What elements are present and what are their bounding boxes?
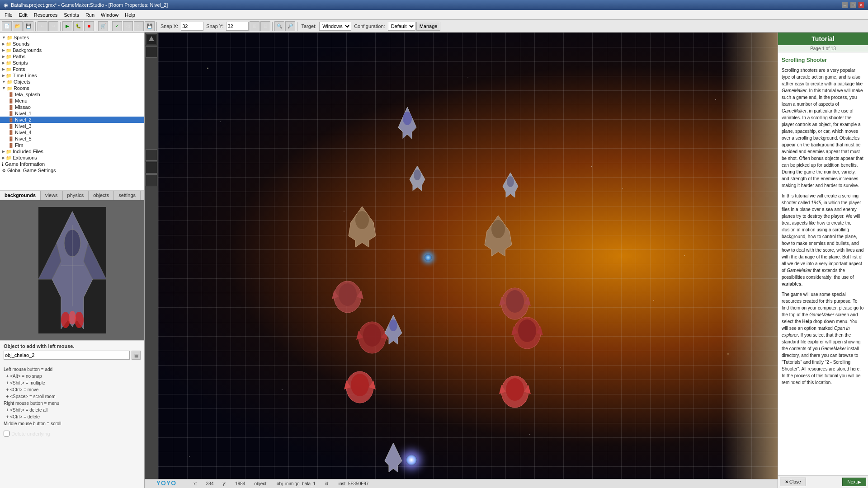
paths-arrow: ▶	[2, 54, 5, 59]
toolbar-save[interactable]: 💾	[24, 21, 33, 31]
toolbar-new[interactable]: 📄	[2, 21, 12, 31]
toolbar-zoom-in[interactable]: 🔍	[274, 21, 284, 31]
nivel5-label: Nivel_5	[15, 136, 32, 141]
tutorial-para-1: Scrolling shooters are a very popular ty…	[782, 67, 864, 189]
menu-file[interactable]: File	[2, 11, 15, 19]
menu-run[interactable]: Run	[83, 11, 97, 19]
toolbar-open[interactable]: 📂	[13, 21, 23, 31]
tree-global-settings[interactable]: ⚙ Global Game Settings	[0, 167, 144, 174]
tree-objects[interactable]: ▼ 📁 Objects	[0, 79, 144, 85]
tree-room-nivel3[interactable]: 🚪 Nivel_3	[0, 123, 144, 129]
instr-right: Right mouse button = menu	[4, 400, 141, 407]
thumb-4[interactable]	[146, 162, 157, 174]
toolbar-run[interactable]: ▶	[62, 21, 72, 31]
player-ship-svg-2	[381, 313, 406, 347]
thumb-3[interactable]	[146, 149, 157, 161]
tree-extensions[interactable]: ▶ 📁 Extensions	[0, 155, 144, 161]
tree-game-information[interactable]: ℹ Game Information	[0, 161, 144, 167]
tutorial-title: Tutorial	[811, 35, 834, 42]
center-area: YOYO x: 384 y: 1984 object: obj_inimigo_…	[145, 33, 778, 488]
maximize-button[interactable]: □	[850, 2, 856, 8]
titlebar-controls: ─ □ ✕	[842, 2, 864, 8]
tree-room-nivel4[interactable]: 🚪 Nivel_4	[0, 129, 144, 136]
toolbar-grid1[interactable]: ⊞	[250, 21, 259, 31]
toolbar-room-save[interactable]: 💾	[145, 21, 155, 31]
thumb-5[interactable]	[146, 174, 157, 186]
thumb-2[interactable]	[146, 46, 157, 58]
thumb-1[interactable]	[146, 33, 157, 45]
tree-sounds[interactable]: ▶ 📁 Sounds	[0, 41, 144, 47]
tree-room-menu[interactable]: 🚪 Menu	[0, 98, 144, 104]
menu-help[interactable]: Help	[122, 11, 138, 19]
enemy-svg-1	[344, 204, 380, 249]
tab-settings[interactable]: settings	[114, 191, 141, 200]
tela-splash-icon: 🚪	[8, 92, 14, 97]
tree-sprites[interactable]: ▼ 📁 Sprites	[0, 34, 144, 41]
status-id-value: inst_5F350F97	[339, 481, 369, 486]
menu-window[interactable]: Window	[98, 11, 121, 19]
tree-included-files[interactable]: ▶ 📁 Included Files	[0, 148, 144, 155]
manage-button[interactable]: Manage	[416, 22, 441, 31]
tab-backgrounds[interactable]: backgrounds	[0, 191, 41, 200]
tab-physics[interactable]: physics	[63, 191, 89, 200]
toolbar-room-fwd[interactable]: ▷	[134, 21, 144, 31]
target-dropdown[interactable]: Windows	[319, 22, 351, 31]
delete-underlying-checkbox[interactable]	[4, 431, 9, 436]
enemy-crab-1	[332, 277, 363, 317]
svg-point-16	[491, 220, 505, 238]
tree-rooms[interactable]: ▼ 📁 Rooms	[0, 85, 144, 91]
next-button[interactable]: Next ▶	[842, 478, 866, 486]
snap-x-input[interactable]	[181, 22, 203, 31]
center-content	[145, 33, 778, 479]
toolbar-grid2[interactable]: ⊟	[260, 21, 270, 31]
svg-point-14	[355, 211, 369, 229]
svg-point-45	[414, 169, 421, 180]
room-canvas-area[interactable]	[158, 33, 778, 479]
toolbar-marketplace[interactable]: 🛒	[98, 21, 108, 31]
status-x-value: 384	[206, 481, 214, 486]
toolbar-undo[interactable]: ↩	[38, 21, 47, 31]
tree-room-tela-splash[interactable]: 🚪 tela_splash	[0, 91, 144, 98]
left-panel: ▼ 📁 Sprites ▶ 📁 Sounds ▶ 📁 Backgrounds ▶…	[0, 33, 145, 488]
tab-tiles[interactable]: tiles	[141, 191, 144, 200]
toolbar-debug[interactable]: 🐛	[73, 21, 83, 31]
tree-room-nivel5[interactable]: 🚪 Nivel_5	[0, 136, 144, 142]
tree-room-missao[interactable]: 🚪 Missao	[0, 104, 144, 110]
snap-y-input[interactable]	[226, 22, 249, 31]
menu-resources[interactable]: Resources	[31, 11, 61, 19]
main-area: ▼ 📁 Sprites ▶ 📁 Sounds ▶ 📁 Backgrounds ▶…	[0, 33, 868, 488]
delete-underlying-label: Delete underlying	[11, 431, 50, 436]
toolbar-zoom-out[interactable]: 🔎	[285, 21, 295, 31]
object-input-row: ▤	[4, 351, 141, 360]
tree-paths[interactable]: ▶ 📁 Paths	[0, 53, 144, 60]
tree-timelines[interactable]: ▶ 📁 Time Lines	[0, 72, 144, 79]
thumbnail-strip	[145, 33, 158, 479]
menu-scripts[interactable]: Scripts	[61, 11, 82, 19]
tree-scripts[interactable]: ▶ 📁 Scripts	[0, 60, 144, 66]
close-button[interactable]: ✕ Close	[780, 478, 806, 486]
tutorial-footer: ✕ Close Next ▶	[778, 475, 868, 488]
tree-fonts[interactable]: ▶ 📁 Fonts	[0, 66, 144, 72]
player-ship	[394, 105, 421, 141]
minimize-button[interactable]: ─	[842, 2, 848, 8]
toolbar-stop[interactable]: ■	[84, 21, 94, 31]
object-name-input[interactable]	[4, 351, 130, 360]
tab-views[interactable]: views	[41, 191, 63, 200]
nivel4-label: Nivel_4	[15, 130, 32, 135]
tab-objects[interactable]: objects	[89, 191, 114, 200]
object-select-button[interactable]: ▤	[132, 351, 141, 360]
toolbar-room-back[interactable]: ◁	[123, 21, 133, 31]
game-info-label: Game Information	[5, 161, 45, 167]
tree-room-nivel1[interactable]: 🚪 Nivel_1	[0, 110, 144, 117]
enemy-crab-6	[499, 371, 531, 412]
tree-room-fim[interactable]: 🚪 Fim	[0, 142, 144, 148]
toolbar-redo[interactable]: ↪	[48, 21, 58, 31]
close-button[interactable]: ✕	[858, 2, 864, 8]
config-dropdown[interactable]: Default	[388, 22, 415, 31]
tree-room-nivel2[interactable]: 🚪 Nivel_2	[0, 117, 144, 123]
sep7	[297, 22, 297, 31]
toolbar-room-ok[interactable]: ✓	[112, 21, 122, 31]
tutorial-header: Tutorial	[778, 33, 868, 45]
tree-backgrounds[interactable]: ▶ 📁 Backgrounds	[0, 47, 144, 53]
menu-edit[interactable]: Edit	[16, 11, 30, 19]
